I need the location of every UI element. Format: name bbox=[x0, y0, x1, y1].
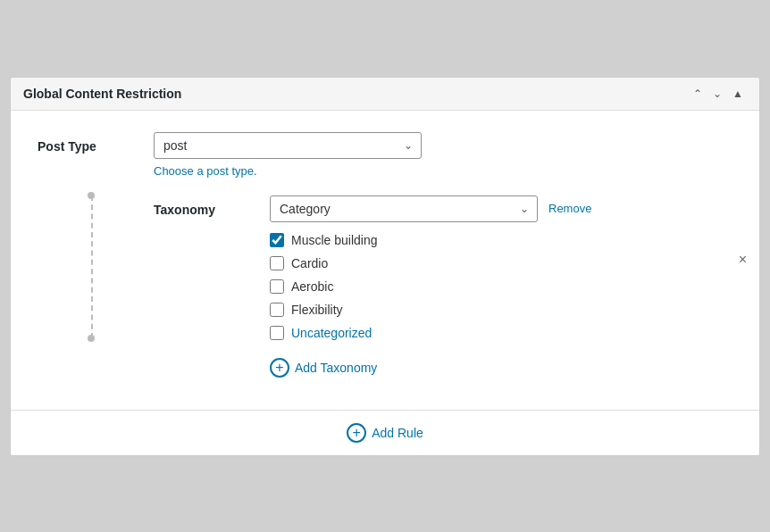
aerobic-label: Aerobic bbox=[291, 279, 333, 294]
post-type-select-wrapper: post page custom ⌄ bbox=[154, 132, 422, 159]
collapse-down-button[interactable]: ⌄ bbox=[709, 87, 725, 101]
flexibility-checkbox[interactable] bbox=[270, 303, 284, 317]
collapse-button[interactable]: ▲ bbox=[729, 87, 747, 101]
header-controls: ⌃ ⌄ ▲ bbox=[690, 87, 747, 101]
cardio-checkbox[interactable] bbox=[270, 256, 284, 270]
add-rule-button[interactable]: + Add Rule bbox=[347, 423, 423, 443]
collapse-up-button[interactable]: ⌃ bbox=[690, 87, 706, 101]
post-type-hint: Choose a post type. bbox=[154, 164, 732, 178]
widget-footer: + Add Rule bbox=[11, 410, 759, 455]
list-item: Cardio bbox=[270, 256, 732, 270]
post-type-label: Post Type bbox=[38, 132, 154, 154]
list-item: Flexibility bbox=[270, 303, 732, 317]
aerobic-checkbox[interactable] bbox=[270, 279, 284, 294]
taxonomy-select[interactable]: Category Tag bbox=[270, 195, 538, 222]
post-type-content: post page custom ⌄ Choose a post type. bbox=[154, 132, 732, 178]
add-rule-label: Add Rule bbox=[372, 426, 423, 440]
dot-top bbox=[88, 192, 95, 199]
uncategorized-label: Uncategorized bbox=[291, 326, 372, 340]
post-type-select[interactable]: post page custom bbox=[154, 132, 422, 159]
widget-header: Global Content Restriction ⌃ ⌄ ▲ bbox=[11, 78, 759, 111]
dot-bottom bbox=[88, 335, 95, 342]
taxonomy-content: Category Tag ⌄ Remove Muscle building bbox=[270, 195, 732, 340]
muscle-building-label: Muscle building bbox=[291, 233, 378, 247]
taxonomy-row: Taxonomy Category Tag ⌄ Remove bbox=[91, 195, 732, 340]
flexibility-label: Flexibility bbox=[291, 303, 343, 317]
add-taxonomy-area: + Add Taxonomy bbox=[91, 358, 732, 392]
taxonomy-label: Taxonomy bbox=[154, 195, 270, 217]
remove-taxonomy-button[interactable]: Remove bbox=[548, 202, 591, 215]
widget-body: × Post Type post page custom ⌄ Choose a … bbox=[11, 111, 759, 410]
add-taxonomy-plus-icon: + bbox=[270, 358, 289, 378]
uncategorized-checkbox[interactable] bbox=[270, 326, 284, 340]
list-item: Uncategorized bbox=[270, 326, 732, 340]
connector-area: Taxonomy Category Tag ⌄ Remove bbox=[38, 195, 732, 392]
widget-title: Global Content Restriction bbox=[23, 87, 181, 101]
add-rule-plus-icon: + bbox=[347, 423, 366, 443]
delete-icon[interactable]: × bbox=[739, 252, 747, 268]
taxonomy-controls: Category Tag ⌄ Remove bbox=[270, 195, 732, 222]
taxonomy-select-wrapper: Category Tag ⌄ bbox=[270, 195, 538, 222]
list-item: Muscle building bbox=[270, 233, 732, 247]
category-checkbox-list: Muscle building Cardio Aerobic Flex bbox=[270, 233, 732, 340]
add-taxonomy-row: + Add Taxonomy bbox=[154, 358, 732, 378]
muscle-building-checkbox[interactable] bbox=[270, 233, 284, 247]
connector-line bbox=[91, 195, 93, 338]
list-item: Aerobic bbox=[270, 279, 732, 294]
widget-container: Global Content Restriction ⌃ ⌄ ▲ × Post … bbox=[10, 77, 760, 456]
cardio-label: Cardio bbox=[291, 256, 328, 270]
post-type-row: Post Type post page custom ⌄ Choose a po… bbox=[38, 132, 732, 178]
add-taxonomy-button[interactable]: + Add Taxonomy bbox=[270, 358, 377, 378]
add-taxonomy-label: Add Taxonomy bbox=[295, 361, 377, 375]
